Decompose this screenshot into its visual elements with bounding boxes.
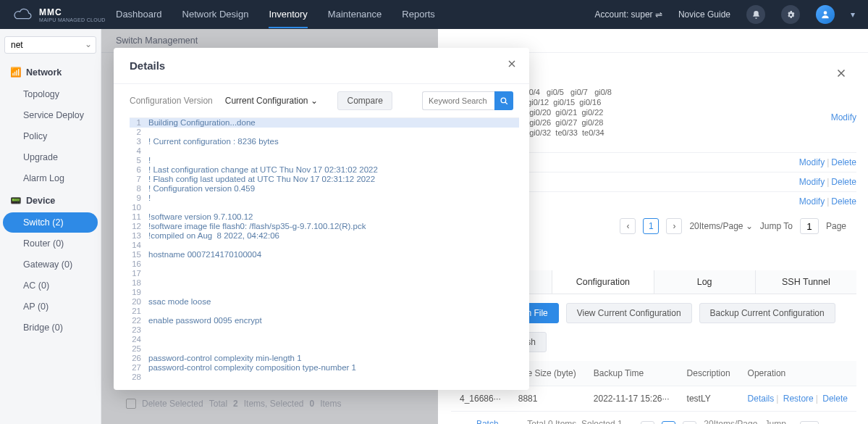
panel-close-icon[interactable] — [835, 67, 848, 82]
tab-log[interactable]: Log — [654, 270, 756, 294]
nav-dashboard[interactable]: Dashboard — [116, 1, 162, 28]
prev-page-button[interactable]: ‹ — [620, 218, 636, 234]
account-label[interactable]: Account: super ⇌ — [595, 9, 662, 20]
brand-logo: MMC MAIPU MANAGED CLOUD — [13, 7, 109, 22]
code-line: 16 — [130, 259, 519, 269]
code-line: 13!compiled on Aug 8 2022, 04:42:06 — [130, 231, 519, 241]
nav-inventory[interactable]: Inventory — [269, 1, 307, 28]
modal-header: Details — [114, 48, 529, 84]
page-size-select[interactable]: 20Items/Page ⌄ — [704, 419, 757, 424]
code-line: 1Building Configuration...done — [130, 118, 519, 128]
modify-link[interactable]: Modify — [799, 177, 825, 187]
page-label: Page — [826, 221, 846, 231]
sidebar-select[interactable]: ⌄ — [4, 36, 96, 54]
next-page-button[interactable]: › — [666, 218, 682, 234]
jump-to-input[interactable] — [800, 218, 819, 234]
config-code-viewer[interactable]: 1Building Configuration...done23! Curren… — [130, 117, 519, 380]
code-line: 9! — [130, 194, 519, 203]
sidebar: ⌄ 📶Network Topology Service Deploy Polic… — [0, 29, 101, 424]
jump-to-label: Jump To — [760, 221, 793, 231]
code-line: 7! Flash config last updated at UTC Thu … — [130, 175, 519, 184]
code-line: 2 — [130, 128, 519, 137]
nav-network-design[interactable]: Network Design — [182, 1, 249, 28]
th-desc: Description — [678, 361, 739, 386]
page-size-select[interactable]: 20Items/Page ⌄ — [689, 221, 752, 231]
delete-link[interactable]: Delete — [822, 394, 848, 404]
code-line: 23 — [130, 325, 519, 335]
bell-icon[interactable] — [746, 5, 765, 24]
code-line: 19 — [130, 288, 519, 297]
config-version-select[interactable]: Current Configuration ⌄ — [222, 92, 329, 109]
keyword-search-input[interactable] — [422, 91, 494, 110]
nav-maintenance[interactable]: Maintenance — [328, 1, 382, 28]
code-line: 21 — [130, 307, 519, 316]
sidebar-item-router[interactable]: Router (0) — [3, 233, 98, 254]
sidebar-item-gateway[interactable]: Gateway (0) — [3, 254, 98, 275]
code-line: 25 — [130, 344, 519, 354]
compare-button[interactable]: Compare — [337, 91, 392, 110]
modal-toolbar: Configuration Version Current Configurat… — [114, 84, 529, 117]
details-link[interactable]: Details — [748, 394, 775, 404]
code-line: 12!software image file flash0: /flash/sp… — [130, 222, 519, 231]
next-page-button[interactable]: › — [683, 421, 696, 424]
brand-sub: MAIPU MANAGED CLOUD — [39, 17, 106, 22]
chevron-down-icon[interactable]: ▾ — [851, 9, 855, 20]
sidebar-item-bridge[interactable]: Bridge (0) — [3, 317, 98, 338]
header-right: Account: super ⇌ Novice Guide ▾ — [595, 5, 855, 24]
cloud-logo-icon — [13, 7, 33, 22]
sidebar-item-policy[interactable]: Policy — [3, 126, 98, 146]
restore-link[interactable]: Restore — [783, 394, 814, 404]
group-device: 📟Device — [3, 189, 98, 212]
sidebar-item-ap[interactable]: AP (0) — [3, 296, 98, 317]
svg-point-1 — [501, 98, 506, 103]
jump-to-input[interactable] — [800, 421, 819, 424]
batch-row: Batch Delete Total 0 Items, Selected 1 I… — [451, 412, 856, 424]
delete-link[interactable]: Delete — [831, 177, 856, 187]
sidebar-item-switch[interactable]: Switch (2) — [3, 212, 98, 233]
wifi-icon: 📶 — [10, 67, 22, 78]
code-line: 8! Configuration version 0.459 — [130, 184, 519, 194]
code-line: 28 — [130, 373, 519, 380]
chevron-down-icon: ⌄ — [311, 96, 318, 106]
cell-desc: testLY — [678, 386, 739, 412]
sidebar-item-alarm-log[interactable]: Alarm Log — [3, 168, 98, 188]
sidebar-item-service-deploy[interactable]: Service Deploy — [3, 105, 98, 125]
search-button[interactable] — [494, 91, 513, 110]
modify-link[interactable]: Modify — [831, 112, 856, 122]
sidebar-item-upgrade[interactable]: Upgrade — [3, 147, 98, 167]
close-icon[interactable] — [506, 58, 518, 73]
prev-page-button[interactable]: ‹ — [641, 421, 654, 424]
sidebar-select-input[interactable] — [4, 36, 96, 54]
code-line: 11!software version 9.7.100.12 — [130, 212, 519, 222]
app-header: MMC MAIPU MANAGED CLOUD Dashboard Networ… — [0, 0, 868, 29]
code-line: 24 — [130, 335, 519, 344]
code-line: 5! — [130, 156, 519, 165]
novice-guide-link[interactable]: Novice Guide — [678, 9, 730, 20]
config-version-label: Configuration Version — [130, 96, 213, 106]
sidebar-item-topology[interactable]: Topology — [3, 84, 98, 104]
page-1-button[interactable]: 1 — [643, 218, 659, 234]
code-line: 15hostname 0007214170100004 — [130, 250, 519, 259]
nav-reports[interactable]: Reports — [402, 1, 435, 28]
top-nav: Dashboard Network Design Inventory Maint… — [116, 1, 435, 28]
tab-configuration[interactable]: Configuration — [552, 270, 654, 294]
batch-delete-link[interactable]: Batch Delete — [476, 419, 521, 424]
sidebar-item-ac[interactable]: AC (0) — [3, 275, 98, 296]
cell-ops: Details| Restore| Delete — [739, 386, 856, 412]
gear-icon[interactable] — [781, 5, 800, 24]
modify-link[interactable]: Modify — [799, 196, 825, 207]
group-network: 📶Network — [3, 61, 98, 83]
avatar[interactable] — [816, 5, 835, 24]
jump-to-label: Jump To — [765, 419, 793, 424]
tab-ssh-tunnel[interactable]: SSH Tunnel — [756, 270, 856, 294]
delete-link[interactable]: Delete — [831, 157, 856, 167]
code-line: 14 — [130, 241, 519, 250]
modify-link[interactable]: Modify — [799, 157, 825, 167]
code-line: 26password-control complexity min-length… — [130, 354, 519, 363]
chevron-down-icon: ⌄ — [85, 39, 92, 49]
delete-link[interactable]: Delete — [831, 196, 856, 207]
page-1-button[interactable]: 1 — [662, 421, 675, 424]
code-line: 17 — [130, 269, 519, 278]
backup-current-config-button[interactable]: Backup Current Configuration — [699, 303, 835, 323]
view-current-config-button[interactable]: View Current Configuration — [566, 303, 692, 323]
